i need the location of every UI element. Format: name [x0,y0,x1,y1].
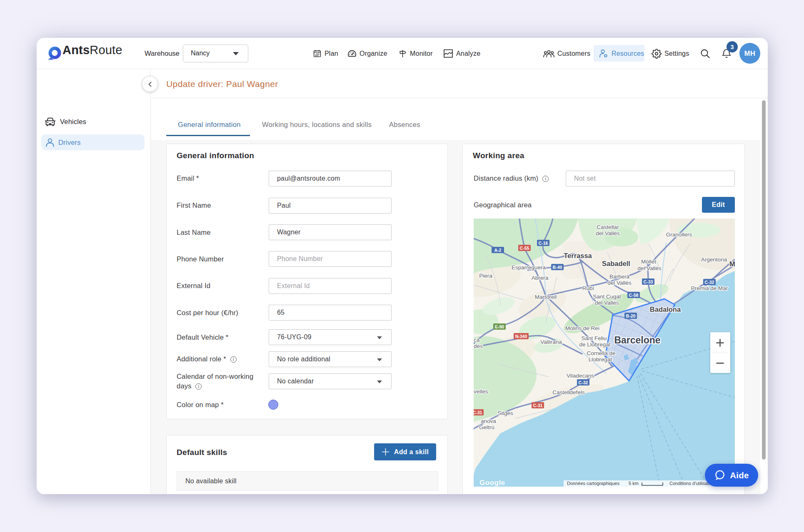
svg-text:5 km: 5 km [629,481,639,486]
svg-text:Sant Feliu: Sant Feliu [582,335,607,341]
svg-text:Esparreguera: Esparreguera [512,264,546,271]
svg-text:anova: anova [481,418,496,424]
svg-text:Geltrú: Geltrú [479,424,494,430]
svg-text:Sitges: Sitges [497,410,513,416]
svg-text:C-33: C-33 [644,279,653,284]
svg-text:Barcelone: Barcelone [614,335,660,346]
svg-text:Premià de Mar: Premià de Mar [691,285,728,291]
svg-text:Données cartographiques: Données cartographiques [567,481,619,486]
svg-text:Llobregat: Llobregat [589,356,612,363]
svg-text:Molins de Rei: Molins de Rei [565,325,599,331]
svg-text:C-31: C-31 [533,403,543,408]
svg-text:B-20: B-20 [626,313,636,318]
svg-text:del Vallès: del Vallès [607,280,632,286]
svg-text:Vallirana: Vallirana [540,339,562,345]
svg-text:del Vallès: del Vallès [595,300,619,306]
svg-text:C-31: C-31 [474,410,482,415]
svg-text:C-16: C-16 [539,241,548,246]
svg-text:A-2: A-2 [494,248,502,253]
svg-text:dès: dès [474,343,483,349]
svg-text:Barberà: Barberà [609,273,630,280]
svg-text:B-40: B-40 [553,265,562,270]
svg-text:C-58: C-58 [629,293,639,298]
svg-text:Sabadell: Sabadell [602,260,630,267]
svg-text:Piera: Piera [479,273,492,279]
svg-text:Mollet: Mollet [641,259,656,265]
svg-text:Viladecans: Viladecans [567,373,594,379]
svg-text:Granollers: Granollers [666,231,692,238]
svg-text:Ma: Ma [729,260,735,268]
svg-text:Abrera: Abrera [532,275,549,281]
svg-text:de Llobregat: de Llobregat [579,341,610,348]
svg-text:velles: velles [474,388,488,395]
svg-text:Castelldefels: Castelldefels [552,389,585,395]
svg-text:Badalona: Badalona [650,306,681,313]
svg-text:Terrassa: Terrassa [564,252,592,259]
svg-text:ca: ca [474,337,480,343]
svg-text:Martorell: Martorell [535,294,557,300]
svg-text:C-32: C-32 [705,280,714,285]
svg-text:Argentona: Argentona [701,256,727,263]
svg-text:Cornellà de: Cornellà de [587,350,615,356]
svg-text:N-340: N-340 [515,334,527,339]
svg-text:Google: Google [479,479,505,487]
svg-text:C-32: C-32 [579,380,588,385]
svg-text:Sant Cugat: Sant Cugat [593,293,621,300]
svg-text:Castellar: Castellar [597,224,619,230]
svg-text:del Vallès: del Vallès [637,265,662,271]
svg-text:del Vallès: del Vallès [596,230,620,236]
svg-text:E-90: E-90 [495,324,504,329]
svg-text:C-55: C-55 [520,246,529,251]
svg-text:Rubí: Rubí [582,285,594,291]
